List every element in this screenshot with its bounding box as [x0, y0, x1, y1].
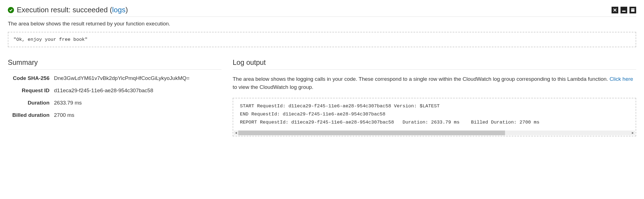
- title-prefix: Execution result:: [17, 6, 72, 14]
- window-controls: [612, 7, 636, 13]
- success-check-icon: [8, 7, 14, 13]
- summary-value: Dne3GwLdYM61v7vBk2dpYicPmqHfCocGiLykyoJu…: [54, 75, 221, 81]
- summary-title: Summary: [8, 58, 221, 70]
- minimize-icon[interactable]: [621, 7, 627, 13]
- scroll-left-arrow-icon[interactable]: ◄: [234, 131, 238, 134]
- summary-value: d11eca29-f245-11e6-ae28-954c307bac58: [54, 87, 221, 94]
- maximize-icon[interactable]: [629, 7, 636, 13]
- horizontal-scrollbar[interactable]: ◄ ►: [234, 131, 635, 135]
- log-desc-pre: The area below shows the logging calls i…: [233, 76, 610, 82]
- summary-label: Code SHA-256: [8, 75, 54, 81]
- result-description: The area below shows the result returned…: [8, 21, 636, 27]
- cloudwatch-link[interactable]: Click here: [610, 76, 633, 82]
- result-header: Execution result: succeeded (logs): [8, 6, 636, 17]
- logs-link[interactable]: logs: [112, 6, 126, 14]
- log-desc-post: to view the CloudWatch log group.: [233, 84, 313, 90]
- svg-rect-3: [631, 8, 634, 10]
- two-column-layout: Summary Code SHA-256 Dne3GwLdYM61v7vBk2d…: [8, 58, 636, 136]
- scrollbar-thumb[interactable]: [238, 131, 505, 135]
- log-column: Log output The area below shows the logg…: [233, 58, 636, 136]
- title-text: Execution result: succeeded (logs): [17, 6, 128, 14]
- close-icon[interactable]: [612, 7, 618, 13]
- summary-value: 2700 ms: [54, 112, 221, 118]
- scrollbar-track[interactable]: [238, 131, 631, 135]
- summary-row: Code SHA-256 Dne3GwLdYM61v7vBk2dpYicPmqH…: [8, 75, 221, 81]
- svg-rect-2: [622, 11, 626, 12]
- log-description: The area below shows the logging calls i…: [233, 75, 636, 91]
- summary-row: Duration 2633.79 ms: [8, 100, 221, 106]
- log-output-box: START RequestId: d11eca29-f245-11e6-ae28…: [233, 98, 636, 136]
- title-close-paren: ): [126, 6, 128, 14]
- svg-rect-4: [631, 10, 634, 12]
- summary-row: Billed duration 2700 ms: [8, 112, 221, 118]
- summary-column: Summary Code SHA-256 Dne3GwLdYM61v7vBk2d…: [8, 58, 221, 136]
- title-area: Execution result: succeeded (logs): [8, 6, 128, 14]
- summary-label: Request ID: [8, 87, 54, 94]
- title-status: succeeded: [72, 6, 108, 14]
- summary-row: Request ID d11eca29-f245-11e6-ae28-954c3…: [8, 87, 221, 94]
- summary-value: 2633.79 ms: [54, 100, 221, 106]
- title-open-paren: (: [108, 6, 112, 14]
- summary-label: Duration: [8, 100, 54, 106]
- log-title: Log output: [233, 58, 636, 70]
- summary-label: Billed duration: [8, 112, 54, 118]
- log-content: START RequestId: d11eca29-f245-11e6-ae28…: [233, 102, 636, 131]
- scroll-right-arrow-icon[interactable]: ►: [631, 131, 635, 134]
- result-output-box: "Ok, enjoy your free book": [8, 32, 636, 47]
